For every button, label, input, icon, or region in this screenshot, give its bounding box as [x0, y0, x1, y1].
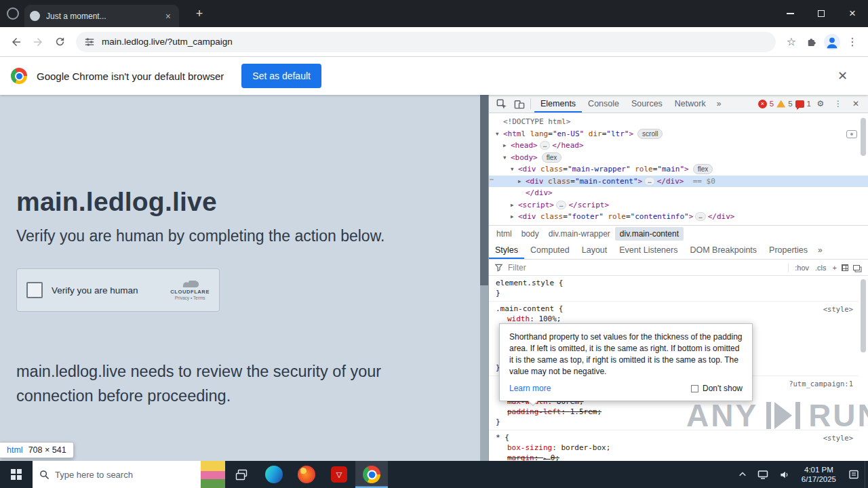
volume-icon[interactable] — [774, 461, 795, 488]
window-maximize-button[interactable] — [806, 0, 837, 27]
devtools-close-icon[interactable]: ✕ — [848, 96, 864, 111]
browser-tab[interactable]: Just a moment... × — [24, 5, 179, 27]
devtools-tab-console[interactable]: Console — [582, 95, 625, 113]
breadcrumb-item[interactable]: div.main-wrapper — [544, 227, 615, 241]
dom-tree-row[interactable]: ▶<head>…</head> — [489, 140, 868, 152]
sidebar-more-tabs-icon[interactable]: » — [814, 245, 827, 255]
flex-badge[interactable]: flex — [693, 164, 713, 174]
site-info-icon[interactable] — [84, 37, 95, 47]
expand-arrow-icon[interactable]: ▼ — [503, 155, 511, 161]
expand-arrow-icon[interactable]: ▶ — [511, 202, 518, 208]
verify-checkbox[interactable] — [26, 282, 43, 298]
profile-avatar[interactable] — [822, 32, 842, 52]
styles-filter-input[interactable] — [508, 263, 783, 272]
scroll-badge[interactable]: scroll — [637, 129, 663, 139]
window-close-button[interactable]: × — [837, 0, 868, 27]
extensions-icon[interactable] — [802, 32, 822, 52]
inspect-element-icon[interactable] — [493, 96, 509, 111]
set-as-default-button[interactable]: Set as default — [241, 64, 321, 88]
accessibility-tree-toggle[interactable] — [846, 130, 857, 138]
show-desktop-button[interactable] — [865, 461, 868, 488]
terms-link[interactable]: Terms — [193, 296, 205, 300]
task-view-button[interactable] — [225, 461, 258, 488]
rule-selector[interactable]: element.style { — [496, 279, 563, 287]
devtools-tab-elements[interactable]: Elements — [534, 95, 582, 113]
expand-arrow-icon[interactable]: ▶ — [503, 142, 511, 148]
taskbar-search[interactable] — [33, 461, 225, 488]
sidebar-tab-computed[interactable]: Computed — [524, 241, 576, 259]
taskbar-clock[interactable]: 4:01 PM 6/17/2025 — [795, 461, 843, 488]
taskbar-app-chrome[interactable] — [355, 461, 388, 488]
learn-more-link[interactable]: Learn more — [509, 383, 551, 394]
taskbar-app-adobe[interactable] — [323, 461, 355, 488]
window-minimize-button[interactable] — [774, 0, 806, 27]
style-source-link[interactable]: <style> — [823, 304, 853, 314]
back-button[interactable] — [5, 31, 27, 53]
new-tab-button[interactable]: + — [191, 5, 208, 22]
dom-tree-row[interactable]: </div> — [489, 187, 868, 199]
styles-scrollbar-thumb[interactable] — [861, 279, 866, 352]
toggle-[interactable]: + — [833, 264, 837, 272]
news-widget-icon[interactable] — [201, 461, 225, 488]
error-icon[interactable] — [758, 100, 767, 108]
style-source-link[interactable]: ?utm_campaign:1 — [789, 379, 853, 389]
hidden-icons-chevron[interactable] — [733, 461, 752, 488]
devtools-menu-icon[interactable]: ⋮ — [830, 96, 846, 111]
css-declaration[interactable]: box-sizing: border-box; — [496, 443, 859, 453]
devtools-tab-sources[interactable]: Sources — [625, 95, 669, 113]
reload-button[interactable] — [49, 31, 71, 53]
dom-tree-row[interactable]: ▼<html lang="en-US" dir="ltr">scroll — [489, 128, 868, 140]
sidebar-tab-event-listeners[interactable]: Event Listeners — [613, 241, 684, 259]
grid-overlay-icon[interactable] — [842, 264, 848, 271]
flex-badge[interactable]: flex — [542, 152, 562, 163]
toggle-cls[interactable]: .cls — [815, 264, 827, 272]
network-icon[interactable] — [752, 461, 774, 488]
issues-count[interactable]: 1 — [807, 100, 811, 108]
expand-arrow-icon[interactable]: ▼ — [496, 131, 503, 137]
page-scrollbar-thumb[interactable] — [480, 95, 488, 285]
tab-close-icon[interactable]: × — [163, 11, 174, 22]
shorthand-expand-icon[interactable]: ▸ — [543, 455, 551, 461]
dom-tree-row[interactable]: ▶<div class="footer" role="contentinfo">… — [489, 211, 868, 223]
rule-selector[interactable]: * { — [496, 433, 509, 442]
dom-tree-row[interactable]: ▶<script>…</script> — [489, 199, 868, 211]
dont-show-checkbox[interactable] — [691, 385, 698, 392]
dom-tree-row[interactable]: ⋯▶<div class="main-content">…</div> == $… — [489, 176, 868, 188]
dom-tree-row[interactable]: ▼<div class="main-wrapper" role="main">f… — [489, 163, 868, 176]
privacy-link[interactable]: Privacy — [175, 296, 189, 300]
row-menu-icon[interactable]: ⋯ — [490, 176, 494, 183]
bookmark-star-icon[interactable]: ☆ — [781, 32, 802, 52]
breadcrumb-item[interactable]: body — [517, 227, 544, 241]
devtools-tab-network[interactable]: Network — [669, 95, 712, 113]
dom-tree-row[interactable]: <!DOCTYPE html> — [489, 116, 868, 128]
taskbar-search-input[interactable] — [55, 470, 201, 480]
css-declaration[interactable]: margin: ▸ 0; — [496, 453, 859, 461]
start-button[interactable] — [0, 461, 33, 488]
breadcrumb-item[interactable]: div.main-content — [615, 227, 684, 241]
expand-arrow-icon[interactable]: ▼ — [511, 166, 518, 172]
error-count[interactable]: 5 — [770, 100, 774, 108]
expand-arrow-icon[interactable]: ▶ — [511, 214, 518, 220]
action-center-button[interactable] — [843, 461, 865, 488]
dom-scrollbar-thumb[interactable] — [861, 118, 866, 156]
more-tabs-icon[interactable]: » — [713, 99, 725, 108]
breadcrumb-item[interactable]: html — [492, 227, 517, 241]
browser-menu-icon[interactable]: ⋮ — [842, 32, 863, 52]
taskbar-app-edge[interactable] — [258, 461, 290, 488]
computed-sidebar-icon[interactable] — [853, 265, 860, 270]
page-scrollbar[interactable] — [480, 95, 488, 461]
tab-search-icon[interactable] — [7, 7, 19, 20]
css-declaration[interactable]: width: 100%; — [496, 314, 859, 324]
style-source-link[interactable]: <style> — [823, 433, 853, 443]
banner-close-icon[interactable]: ✕ — [837, 68, 848, 83]
sidebar-tab-properties[interactable]: Properties — [763, 241, 814, 259]
url-bar[interactable]: main.ledlog.live/?utm_campaign — [76, 32, 776, 52]
devtools-settings-icon[interactable]: ⚙ — [812, 96, 829, 111]
sidebar-tab-dom-breakpoints[interactable]: DOM Breakpoints — [684, 241, 763, 259]
toggle-hov[interactable]: :hov — [795, 264, 809, 272]
warning-icon[interactable] — [776, 100, 785, 108]
dom-tree-row[interactable]: ▼<body>flex — [489, 152, 868, 164]
issues-icon[interactable] — [795, 100, 804, 108]
url-text[interactable]: main.ledlog.live/?utm_campaign — [102, 37, 233, 47]
expand-arrow-icon[interactable]: ▶ — [518, 178, 526, 184]
